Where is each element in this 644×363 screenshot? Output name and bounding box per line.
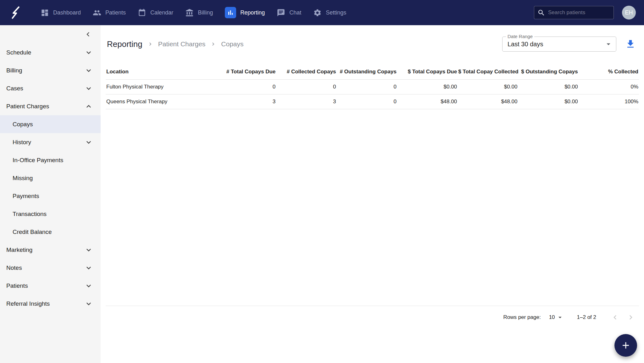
top-navigation-bar: Dashboard Patients Calendar Billing Repo… <box>0 0 644 25</box>
sidebar-item-payments[interactable]: Payments <box>0 187 101 205</box>
sidebar-item-cases[interactable]: Cases <box>0 79 101 97</box>
table-cell: $0.00 <box>458 80 518 94</box>
patient-search <box>534 6 614 19</box>
chevron-right-icon <box>210 41 216 47</box>
date-range-value: Last 30 days <box>508 41 543 48</box>
pagination-range: 1–2 of 2 <box>577 314 596 320</box>
nav-item-settings[interactable]: Settings <box>307 0 352 25</box>
download-icon <box>625 39 636 49</box>
copays-table: Location # Total Copays Due # Collected … <box>106 64 639 109</box>
date-range-select[interactable]: Date Range Last 30 days <box>502 37 616 52</box>
nav-item-chat[interactable]: Chat <box>271 0 307 25</box>
column-header-location: Location <box>106 64 216 80</box>
sidebar-item-label: Credit Balance <box>13 229 52 235</box>
table-cell: $48.00 <box>397 94 458 109</box>
sidebar-item-label: Notes <box>6 264 22 271</box>
table-cell: $0.00 <box>397 80 458 94</box>
gear-icon <box>313 9 322 17</box>
table-cell: $0.00 <box>518 94 578 109</box>
nav-item-calendar[interactable]: Calendar <box>132 0 179 25</box>
table-cell: 0 <box>276 80 336 94</box>
sidebar-item-label: Copays <box>13 121 33 128</box>
table-cell: 0% <box>579 80 639 94</box>
table-cell: 100% <box>579 94 639 109</box>
user-avatar[interactable]: EH <box>622 6 636 20</box>
sidebar-item-label: Transactions <box>13 211 47 218</box>
chevron-down-icon <box>84 299 93 308</box>
main-content: Reporting Patient Charges Copays Date Ra… <box>101 37 644 363</box>
nav-label: Dashboard <box>53 9 81 16</box>
breadcrumb-patient-charges[interactable]: Patient Charges <box>158 40 206 48</box>
next-page-button[interactable] <box>626 313 635 322</box>
copays-report: Location # Total Copays Due # Collected … <box>106 64 639 328</box>
column-header-total-copays-due: $ Total Copays Due <box>397 64 458 80</box>
nav-item-reporting[interactable]: Reporting <box>219 0 271 25</box>
table-cell: Fulton Physical Therapy <box>106 80 216 94</box>
nav-item-dashboard[interactable]: Dashboard <box>35 0 87 25</box>
table-cell: 3 <box>276 94 336 109</box>
sidebar-item-notes[interactable]: Notes <box>0 259 101 277</box>
pagination-bar: Rows per page: 10 1–2 of 2 <box>106 306 639 328</box>
breadcrumb-reporting[interactable]: Reporting <box>107 39 142 49</box>
sidebar-collapse-button[interactable] <box>84 30 92 39</box>
add-button[interactable] <box>614 334 637 357</box>
sidebar-item-transactions[interactable]: Transactions <box>0 205 101 223</box>
chevron-right-icon <box>626 313 635 322</box>
breadcrumb: Reporting Patient Charges Copays <box>107 39 244 49</box>
sidebar-item-schedule[interactable]: Schedule <box>0 43 101 61</box>
sidebar-item-label: Referral Insights <box>6 300 50 307</box>
nav-label: Chat <box>289 9 301 16</box>
sidebar-item-marketing[interactable]: Marketing <box>0 241 101 259</box>
table-header-row: Location # Total Copays Due # Collected … <box>106 64 639 80</box>
table-cell: 3 <box>216 94 276 109</box>
sidebar-item-billing[interactable]: Billing <box>0 61 101 79</box>
sidebar-item-referral-insights[interactable]: Referral Insights <box>0 295 101 313</box>
chevron-down-icon <box>84 138 93 147</box>
sidebar-item-copays[interactable]: Copays <box>0 115 101 133</box>
bank-icon <box>185 9 194 17</box>
sidebar-item-missing[interactable]: Missing <box>0 169 101 187</box>
sidebar-item-in-office-payments[interactable]: In-Office Payments <box>0 151 101 169</box>
search-input[interactable] <box>548 9 610 16</box>
sidebar-item-label: Patients <box>6 282 28 289</box>
table-empty-space <box>106 109 639 306</box>
sidebar-item-history[interactable]: History <box>0 133 101 151</box>
table-row: Queens Physical Therapy 3 3 0 $48.00 $48… <box>106 94 639 109</box>
nav-label: Calendar <box>150 9 173 16</box>
table-cell: $48.00 <box>458 94 518 109</box>
nav-item-patients[interactable]: Patients <box>87 0 132 25</box>
calendar-icon <box>138 9 146 17</box>
nav-label: Settings <box>326 9 346 16</box>
chevron-down-icon <box>84 66 93 75</box>
table-cell: 0 <box>216 80 276 94</box>
table-cell: 0 <box>337 80 397 94</box>
sidebar-item-label: Patient Charges <box>6 103 49 110</box>
date-range-label: Date Range <box>506 34 534 39</box>
search-icon <box>537 9 545 17</box>
sidebar-item-credit-balance[interactable]: Credit Balance <box>0 223 101 241</box>
table-cell: $0.00 <box>518 80 578 94</box>
column-header-percent-collected: % Collected <box>579 64 639 80</box>
sidebar-item-patient-charges[interactable]: Patient Charges <box>0 97 101 115</box>
page-header: Reporting Patient Charges Copays Date Ra… <box>101 37 644 52</box>
plus-icon <box>620 340 631 351</box>
nav-item-billing[interactable]: Billing <box>179 0 219 25</box>
column-header-num-collected-copays: # Collected Copays <box>276 64 336 80</box>
chevron-down-icon <box>84 84 93 93</box>
column-header-total-copay-collected: $ Total Copay Collected <box>458 64 518 80</box>
sidebar-item-label: Payments <box>13 193 39 200</box>
app-logo[interactable] <box>8 5 24 20</box>
rows-per-page-select[interactable]: 10 <box>549 314 564 321</box>
sidebar-item-label: Billing <box>6 67 22 74</box>
sidebar-item-label: Marketing <box>6 247 32 253</box>
sidebar-collapse-row <box>0 25 101 43</box>
download-button[interactable] <box>625 39 636 49</box>
previous-page-button[interactable] <box>611 313 619 322</box>
sidebar-item-patients[interactable]: Patients <box>0 277 101 295</box>
sidebar-item-label: Cases <box>6 85 23 92</box>
column-header-num-total-copays-due: # Total Copays Due <box>216 64 276 80</box>
avatar-initials: EH <box>625 9 633 16</box>
dropdown-arrow-icon <box>604 40 613 48</box>
chat-icon <box>277 9 285 17</box>
breadcrumb-copays[interactable]: Copays <box>221 40 243 48</box>
